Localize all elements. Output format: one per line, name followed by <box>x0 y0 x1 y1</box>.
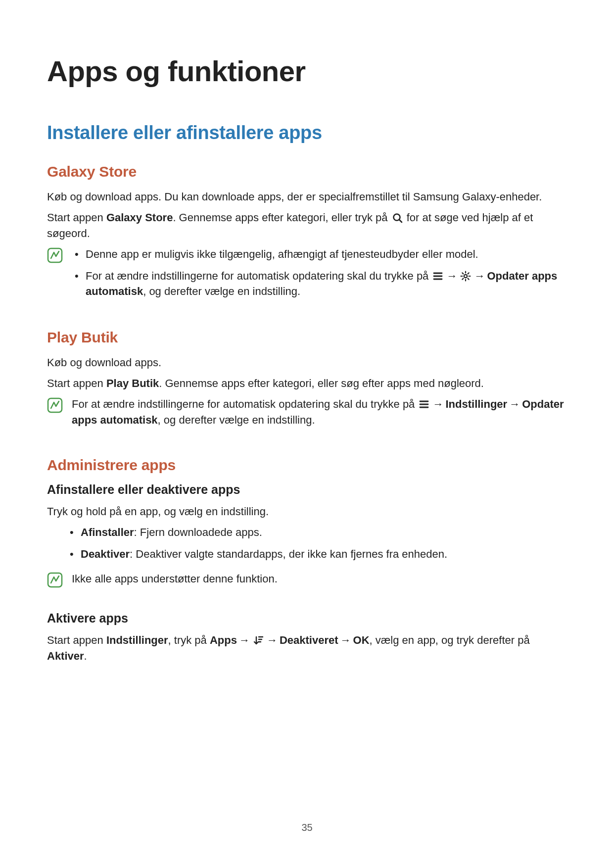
heading-activate: Aktivere apps <box>47 611 567 626</box>
section-heading-install: Installere eller afinstallere apps <box>47 122 567 144</box>
app-name-play-store: Play Butik <box>106 377 159 389</box>
section-play-store: Play Butik Køb og download apps. Start a… <box>47 329 567 433</box>
note-text-support: Ikke alle apps understøtter denne funkti… <box>72 571 567 587</box>
app-name-galaxy-store: Galaxy Store <box>106 211 173 224</box>
note-body: Ikke alle apps understøtter denne funkti… <box>72 571 567 592</box>
arrow: → <box>267 632 278 648</box>
arrow: → <box>340 632 351 648</box>
page-number: 35 <box>0 822 614 833</box>
heading-manage-apps: Administrere apps <box>47 457 567 474</box>
menu-label-activate: Aktiver <box>47 650 84 662</box>
text: : Deaktiver valgte standardapps, der ikk… <box>130 548 447 560</box>
arrow: → <box>239 632 250 648</box>
menu-icon <box>432 270 443 281</box>
menu-icon <box>419 398 429 409</box>
note-galaxy: Denne app er muligvis ikke tilgængelig, … <box>47 246 567 306</box>
arrow: → <box>432 396 443 412</box>
app-name-settings: Indstillinger <box>106 634 168 646</box>
option-disable: Deaktiver: Deaktiver valgte standardapps… <box>67 546 567 562</box>
note-play: For at ændre indstillingerne for automat… <box>47 396 567 433</box>
text-activate-instr: Start appen Indstillinger, tryk på Apps … <box>47 632 567 664</box>
text: , og derefter vælge en indstilling. <box>143 285 300 297</box>
label-uninstall: Afinstaller <box>81 526 134 538</box>
heading-play-store: Play Butik <box>47 329 567 346</box>
text: Start appen <box>47 634 106 646</box>
text: . Gennemse apps efter kategori, eller tr… <box>173 211 390 224</box>
text: . Gennemse apps efter kategori, eller sø… <box>159 377 484 389</box>
heading-galaxy-store: Galaxy Store <box>47 163 567 180</box>
subsection-activate: Aktivere apps Start appen Indstillinger,… <box>47 611 567 664</box>
text: For at ændre indstillingerne for automat… <box>72 398 418 410</box>
menu-label-deactivated: Deaktiveret <box>280 634 338 646</box>
note-icon <box>47 247 63 263</box>
menu-label-apps: Apps <box>210 634 237 646</box>
subsection-uninstall: Afinstallere eller deaktivere apps Tryk … <box>47 482 567 592</box>
text: For at ændre indstillingerne for automat… <box>86 270 431 282</box>
arrow: → <box>509 396 520 412</box>
text: , og derefter vælge en indstilling. <box>158 414 315 426</box>
section-galaxy-store: Galaxy Store Køb og download apps. Du ka… <box>47 163 567 305</box>
text-galaxy-desc: Køb og download apps. Du kan downloade a… <box>47 189 567 205</box>
note-body: Denne app er muligvis ikke tilgængelig, … <box>72 246 567 306</box>
text: Start appen <box>47 211 106 224</box>
note-text-play-autoupdate: For at ændre indstillingerne for automat… <box>72 396 567 428</box>
note-icon <box>47 397 63 413</box>
text-play-instr: Start appen Play Butik. Gennemse apps ef… <box>47 376 567 391</box>
option-uninstall: Afinstaller: Fjern downloadede apps. <box>67 525 567 540</box>
filter-icon <box>253 634 264 645</box>
text: : Fjern downloadede apps. <box>134 526 262 538</box>
heading-uninstall: Afinstallere eller deaktivere apps <box>47 482 567 497</box>
text-uninstall-instr: Tryk og hold på en app, og vælg en indst… <box>47 504 567 520</box>
menu-label-ok: OK <box>353 634 370 646</box>
section-manage-apps: Administrere apps Afinstallere eller dea… <box>47 457 567 664</box>
label-disable: Deaktiver <box>81 548 130 560</box>
text: , tryk på <box>168 634 210 646</box>
text: , vælg en app, og tryk derefter på <box>370 634 530 646</box>
note-icon <box>47 572 63 588</box>
note-uninstall: Ikke alle apps understøtter denne funkti… <box>47 571 567 592</box>
text-galaxy-instr: Start appen Galaxy Store. Gennemse apps … <box>47 210 567 241</box>
menu-label-settings: Indstillinger <box>445 398 507 410</box>
search-icon <box>392 212 403 223</box>
text-play-desc: Køb og download apps. <box>47 355 567 371</box>
text: . <box>84 650 87 662</box>
arrow: → <box>474 268 485 284</box>
page-container: Apps og funktioner Installere eller afin… <box>0 0 614 868</box>
arrow: → <box>446 268 457 284</box>
gear-icon <box>460 270 471 281</box>
page-title: Apps og funktioner <box>47 54 567 88</box>
note-item-autoupdate: For at ændre indstillingerne for automat… <box>72 268 567 300</box>
text: Start appen <box>47 377 106 389</box>
note-item-availability: Denne app er muligvis ikke tilgængelig, … <box>72 246 567 262</box>
note-body: For at ændre indstillingerne for automat… <box>72 396 567 433</box>
